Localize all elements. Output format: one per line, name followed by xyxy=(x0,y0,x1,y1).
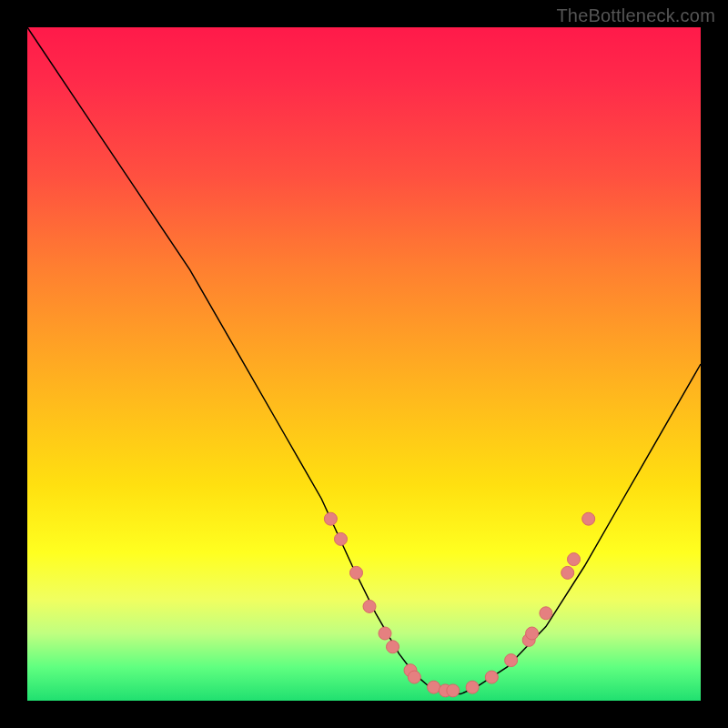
data-marker xyxy=(526,627,539,640)
data-marker xyxy=(485,671,498,683)
data-marker xyxy=(408,671,420,683)
data-marker xyxy=(335,532,348,545)
data-marker xyxy=(582,512,595,525)
chart-svg xyxy=(27,27,701,701)
watermark-label: TheBottleneck.com xyxy=(556,5,715,26)
data-marker xyxy=(447,684,460,697)
chart-container: TheBottleneck.com xyxy=(0,0,728,728)
curve-line xyxy=(27,27,701,694)
data-marker xyxy=(428,681,440,693)
data-marker xyxy=(324,512,337,525)
data-marker xyxy=(540,607,552,620)
data-marker xyxy=(505,654,518,667)
markers-group xyxy=(324,512,594,697)
data-marker xyxy=(466,681,479,693)
data-marker xyxy=(350,566,363,579)
data-marker xyxy=(387,641,399,653)
data-marker xyxy=(379,627,391,640)
data-marker xyxy=(568,553,581,566)
plot-area xyxy=(27,27,701,701)
data-marker xyxy=(561,566,574,579)
data-marker xyxy=(363,600,376,612)
